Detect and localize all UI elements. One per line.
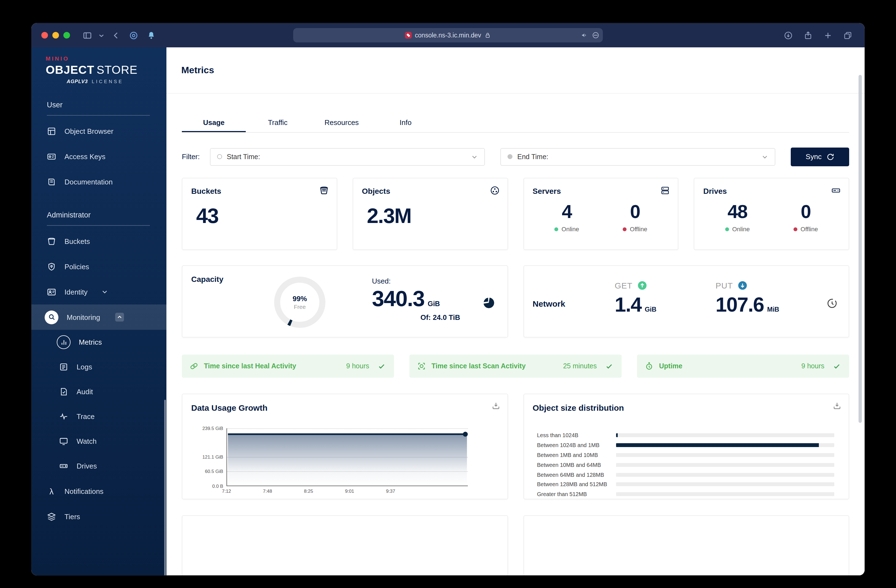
section-label-user: User — [47, 101, 166, 109]
site-favicon — [405, 32, 411, 38]
x-tick-label: 9:37 — [386, 488, 395, 494]
minimize-window-button[interactable] — [52, 32, 59, 38]
page-settings-icon[interactable] — [592, 31, 600, 39]
timer-icon — [827, 298, 838, 311]
online-dot — [554, 227, 558, 231]
sidebar-item-drives[interactable]: Drives — [31, 454, 166, 479]
url-text: console.ns-3.ic.min.dev — [415, 32, 481, 38]
metrics-page: Usage Traffic Resources Info Filter: Sta… — [166, 94, 865, 575]
drives-offline-count: 0 — [771, 201, 840, 222]
sidebar-item-metrics[interactable]: Metrics — [31, 330, 166, 354]
close-window-button[interactable] — [41, 32, 48, 38]
desktop: console.ns-3.ic.min.dev — [0, 0, 896, 588]
tab-audio-icon[interactable] — [581, 31, 588, 39]
lock-icon — [485, 32, 491, 38]
x-axis-labels: 7:127:488:259:019:37 — [227, 488, 468, 495]
x-tick-label: 7:48 — [263, 488, 272, 494]
audit-icon — [59, 387, 69, 397]
y-axis-labels: 239.5 GiB121.1 GiB60.5 GiB0.0 B — [186, 428, 223, 486]
sidebar-item-documentation[interactable]: Documentation — [31, 169, 166, 194]
extension-icon-2[interactable] — [144, 28, 158, 43]
size-bucket-label: Between 10MB and 64MB — [537, 462, 616, 468]
filter-row: Filter: Start Time: End Time: Syn — [182, 148, 849, 165]
capacity-card: Capacity 99% Free — [182, 265, 508, 337]
put-value: 107.6 — [716, 293, 764, 317]
buckets-count: 43 — [191, 204, 328, 228]
sync-button[interactable]: Sync — [791, 147, 849, 166]
download-chart-button[interactable] — [833, 401, 841, 412]
tab-overview-button[interactable] — [840, 28, 855, 43]
sidebar-item-trace[interactable]: Trace — [31, 404, 166, 429]
sidebar-item-notifications[interactable]: λ Notifications — [31, 479, 166, 504]
heal-activity-bar: Time since last Heal Activity 9 hours — [182, 354, 394, 378]
objects-card: Objects 2.3M — [353, 178, 508, 250]
clock-icon — [507, 154, 512, 159]
policies-icon — [47, 262, 56, 271]
size-bucket-track — [616, 433, 834, 438]
sidebar-toggle-icon[interactable] — [80, 28, 94, 43]
download-chart-button[interactable] — [491, 401, 500, 412]
access-keys-icon — [47, 152, 56, 161]
uptime-value: 9 hours — [802, 362, 824, 370]
objects-count: 2.3M — [362, 204, 499, 228]
sidebar-item-monitoring[interactable]: Monitoring — [31, 304, 166, 330]
sidebar-item-access-keys[interactable]: Access Keys — [31, 144, 166, 169]
servers-card: Servers 4 Online 0 Offline — [523, 178, 679, 250]
address-bar[interactable]: console.ns-3.ic.min.dev — [293, 28, 603, 43]
size-bucket-label: Between 1MB and 10MB — [537, 452, 616, 458]
data-usage-growth-card: Data Usage Growth 239.5 GiB121.1 GiB60.5… — [182, 394, 508, 499]
size-bucket-track — [616, 453, 834, 457]
objects-icon — [490, 185, 500, 198]
capacity-usage: Used: 340.3 GiB Of: 24.0 TiB — [372, 277, 460, 322]
servers-offline-count: 0 — [601, 201, 669, 222]
tab-info[interactable]: Info — [373, 113, 437, 132]
sidebar-item-identity[interactable]: Identity — [31, 279, 166, 304]
extension-icon-1[interactable] — [126, 28, 140, 43]
check-icon — [833, 363, 840, 370]
size-bucket-label: Between 64MB and 128MB — [537, 471, 616, 478]
zoom-window-button[interactable] — [63, 32, 70, 38]
partial-cards-row — [182, 515, 849, 575]
size-bucket-track — [616, 483, 834, 486]
get-up-arrow-icon — [638, 281, 647, 290]
notifications-icon: λ — [47, 486, 56, 496]
sidebar-item-audit[interactable]: Audit — [31, 379, 166, 404]
end-time-select[interactable]: End Time: — [500, 148, 776, 166]
size-bucket-label: Between 1024B and 1MB — [537, 442, 616, 448]
drives-icon — [59, 461, 69, 471]
uptime-bar: Uptime 9 hours — [637, 354, 849, 378]
section-label-administrator: Administrator — [47, 211, 166, 219]
agpl-mark: AGPLV3 — [67, 79, 88, 84]
downloads-button[interactable] — [781, 28, 795, 43]
chevron-up-icon[interactable] — [115, 313, 124, 322]
back-button[interactable] — [108, 28, 123, 43]
sidebar-item-tiers[interactable]: Tiers — [31, 504, 166, 529]
content-scrollbar[interactable] — [858, 75, 862, 423]
sidebar-item-object-browser[interactable]: Object Browser — [31, 119, 166, 144]
check-icon — [606, 363, 613, 370]
tab-resources[interactable]: Resources — [310, 113, 373, 132]
chevron-down-icon — [101, 289, 108, 295]
sidebar-scrollbar[interactable] — [164, 400, 166, 575]
tiers-icon — [47, 512, 56, 521]
sidebar-item-watch[interactable]: Watch — [31, 429, 166, 454]
chevron-down-icon[interactable] — [98, 28, 105, 43]
tab-traffic[interactable]: Traffic — [246, 113, 310, 132]
x-tick-label: 8:25 — [304, 488, 313, 494]
sidebar-item-logs[interactable]: Logs — [31, 354, 166, 379]
minio-brand: MINIO — [46, 55, 166, 62]
sidebar-item-policies[interactable]: Policies — [31, 254, 166, 279]
put-down-arrow-icon — [738, 281, 747, 290]
tab-usage[interactable]: Usage — [182, 113, 246, 132]
new-tab-button[interactable] — [820, 28, 835, 43]
tabs-bar: Usage Traffic Resources Info — [182, 113, 849, 133]
chevron-down-icon — [762, 153, 768, 160]
servers-icon — [660, 185, 670, 198]
share-button[interactable] — [801, 28, 815, 43]
start-time-select[interactable]: Start Time: — [210, 148, 485, 166]
browser-chrome: console.ns-3.ic.min.dev — [31, 23, 865, 47]
sidebar-item-buckets[interactable]: Buckets — [31, 228, 166, 254]
heal-icon — [190, 362, 198, 371]
size-bucket-row: Between 1024B and 1MB — [537, 441, 834, 450]
x-tick-label: 9:01 — [345, 488, 354, 494]
